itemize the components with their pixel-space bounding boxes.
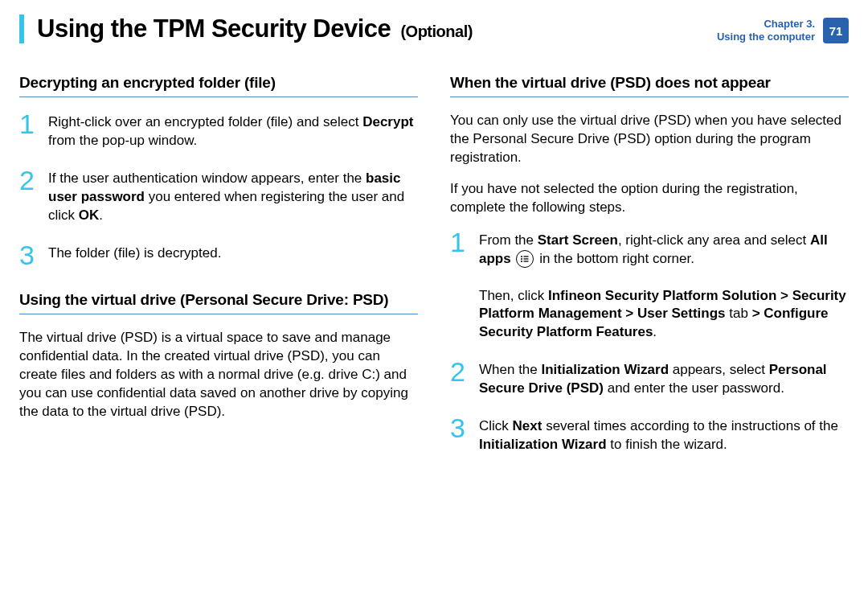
step-number: 1 [19,112,37,137]
title-suffix: (Optional) [400,23,472,40]
chapter-line2: Using the computer [717,31,815,43]
section-decrypting-title: Decrypting an encrypted folder (file) [19,74,418,97]
all-apps-icon [516,250,534,268]
svg-rect-5 [524,261,529,261]
title-main: Using the TPM Security Device [37,14,391,43]
right-column: When the virtual drive (PSD) does not ap… [450,74,849,472]
accent-bar [19,14,24,43]
page-title: Using the TPM Security Device (Optional) [37,14,473,43]
chapter-box: Chapter 3. Using the computer 71 [717,18,849,43]
psd-step-1: 1 From the Start Screen, right-click any… [450,230,849,343]
svg-point-0 [521,256,522,257]
step-body: The folder (file) is decrypted. [48,243,221,263]
step-body: From the Start Screen, right-click any a… [479,230,849,343]
psd-step-2: 2 When the Initialization Wizard appears… [450,359,849,398]
svg-rect-1 [524,256,529,257]
step-body: Right-click over an encrypted folder (fi… [48,112,418,150]
svg-point-2 [521,258,522,260]
step-number: 1 [450,230,468,255]
svg-rect-3 [524,258,529,259]
step-number: 3 [450,416,468,441]
psd-missing-para2: If you have not selected the option duri… [450,180,849,217]
title-wrap: Using the TPM Security Device (Optional) [19,14,473,43]
step-number: 2 [19,168,37,193]
decrypt-step-3: 3 The folder (file) is decrypted. [19,243,418,268]
step-body: When the Initialization Wizard appears, … [479,359,849,398]
decrypt-step-2: 2 If the user authentication window appe… [19,168,418,225]
page-number-badge: 71 [823,18,849,43]
psd-step-3: 3 Click Next several times according to … [450,416,849,454]
section-psd-title: Using the virtual drive (Personal Secure… [19,291,418,314]
chapter-text: Chapter 3. Using the computer [717,18,815,43]
chapter-line1: Chapter 3. [717,18,815,31]
page-header: Using the TPM Security Device (Optional)… [19,14,849,43]
section-psd-missing-title: When the virtual drive (PSD) does not ap… [450,74,849,97]
psd-missing-para1: You can only use the virtual drive (PSD)… [450,112,849,167]
content-columns: Decrypting an encrypted folder (file) 1 … [19,74,849,472]
step-body: If the user authentication window appear… [48,168,418,225]
step-number: 2 [450,359,468,384]
decrypt-step-1: 1 Right-click over an encrypted folder (… [19,112,418,150]
step-number: 3 [19,243,37,268]
psd-paragraph: The virtual drive (PSD) is a virtual spa… [19,329,418,421]
left-column: Decrypting an encrypted folder (file) 1 … [19,74,418,472]
step-body: Click Next several times according to th… [479,416,849,454]
svg-point-4 [521,261,522,262]
